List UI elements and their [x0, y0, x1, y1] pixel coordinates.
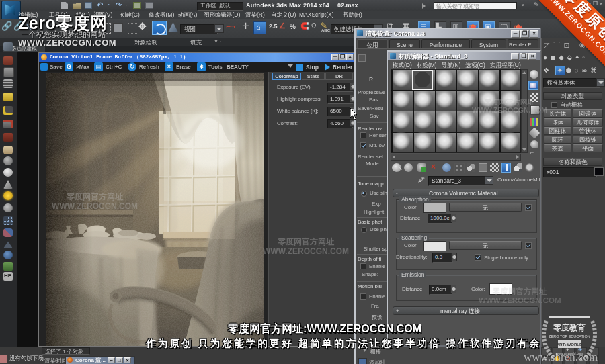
svg-text:ZERO TOP EDUCATION: ZERO TOP EDUCATION — [549, 334, 590, 338]
svg-text:ART+WORLD: ART+WORLD — [557, 343, 583, 347]
svg-text:零度教育: 零度教育 — [553, 323, 586, 332]
